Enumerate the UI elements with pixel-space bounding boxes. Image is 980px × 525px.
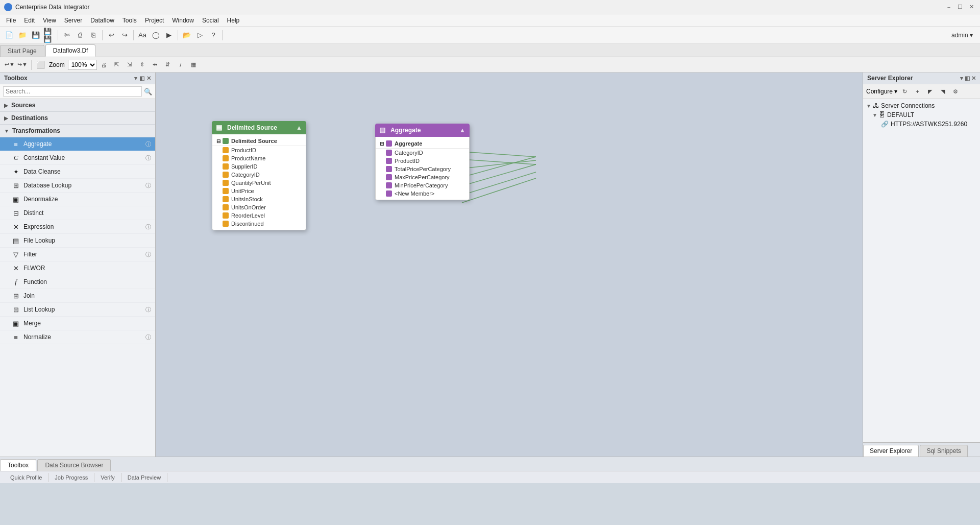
new-button[interactable]: 📄 [3, 29, 15, 41]
fit-page-button[interactable]: ⬜ [35, 59, 46, 70]
maximize-button[interactable]: ☐ [955, 3, 965, 12]
zoom-select[interactable]: 100% 75% 150% [68, 60, 97, 70]
tab-dataflow[interactable]: Dataflow3.Df [45, 44, 96, 57]
menu-project[interactable]: Project [141, 16, 168, 25]
se-close-button[interactable]: ✕ [971, 75, 976, 82]
zoom-fit4-button[interactable]: ⇴ [150, 59, 161, 70]
toolbox-section-header-sources[interactable]: ▶ Sources [0, 99, 155, 112]
aggregate-info-icon[interactable]: ⓘ [145, 140, 151, 148]
status-job-progress[interactable]: Job Progress [48, 473, 94, 482]
status-quick-profile[interactable]: Quick Profile [4, 473, 48, 482]
toolbox-close-button[interactable]: ✕ [146, 75, 151, 82]
toolbox-item-normalize[interactable]: ≡ Normalize ⓘ [0, 330, 155, 344]
open2-button[interactable]: 📂 [181, 29, 193, 41]
line-tool[interactable]: / [175, 59, 186, 70]
menu-view[interactable]: View [39, 16, 60, 25]
list-lookup-info-icon[interactable]: ⓘ [145, 306, 151, 314]
play-button[interactable]: ▷ [194, 29, 206, 41]
se-refresh-button[interactable]: ↻ [899, 86, 910, 97]
configure-button[interactable]: Configure ▾ [866, 88, 897, 95]
se-tab-server-explorer[interactable]: Server Explorer [863, 445, 919, 457]
bottom-tab-datasource-browser[interactable]: Data Source Browser [37, 459, 111, 471]
se-add-button[interactable]: + [912, 86, 923, 97]
paste-button[interactable]: ⎘ [87, 29, 100, 41]
se-expand-button[interactable]: ◥ [937, 86, 948, 97]
toolbox-item-flwor[interactable]: ✕ FLWOR [0, 261, 155, 275]
open-button[interactable]: 📁 [16, 29, 29, 41]
se-pin-button[interactable]: ▾ [960, 75, 963, 82]
copy-button[interactable]: ⎙ [74, 29, 86, 41]
menu-edit[interactable]: Edit [20, 16, 39, 25]
menu-server[interactable]: Server [60, 16, 86, 25]
status-data-preview[interactable]: Data Preview [121, 473, 167, 482]
save-all-button[interactable]: 💾💾 [43, 29, 55, 41]
normalize-info-icon[interactable]: ⓘ [145, 333, 151, 341]
tree-item-default[interactable]: ▼ 🗄 DEFAULT [863, 110, 980, 120]
select-tool[interactable]: ▦ [188, 59, 199, 70]
toolbox-pin-button[interactable]: ▾ [134, 75, 137, 82]
toolbox-item-database-lookup[interactable]: ⊞ Database Lookup ⓘ [0, 179, 155, 193]
menu-tools[interactable]: Tools [118, 16, 141, 25]
se-collapse-button[interactable]: ◤ [924, 86, 936, 97]
tab-startpage[interactable]: Start Page [0, 45, 44, 57]
undo-canvas-button[interactable]: ↩▼ [4, 59, 15, 70]
toolbox-item-filter[interactable]: ▽ Filter ⓘ [0, 248, 155, 261]
filter-info-icon[interactable]: ⓘ [145, 251, 151, 258]
toolbox-item-function[interactable]: f Function [0, 275, 155, 289]
aggregate-node[interactable]: ▤ Aggregate ▲ ⊟ Aggregate CategoryID [375, 124, 470, 200]
constant-value-info-icon[interactable]: ⓘ [145, 154, 151, 162]
toolbox-undock-button[interactable]: ◧ [139, 75, 144, 82]
admin-label[interactable]: admin ▾ [951, 32, 977, 39]
toolbox-section-header-destinations[interactable]: ▶ Destinations [0, 112, 155, 125]
source-expand-btn[interactable]: ⊟ [216, 138, 220, 144]
toolbox-item-file-lookup[interactable]: ▤ File Lookup [0, 234, 155, 248]
minimize-button[interactable]: − [944, 3, 953, 12]
se-undock-button[interactable]: ◧ [965, 75, 970, 82]
toolbox-item-list-lookup[interactable]: ⊟ List Lookup ⓘ [0, 303, 155, 317]
zoom-fit3-button[interactable]: ⇳ [137, 59, 148, 70]
font-button[interactable]: Aa [136, 29, 149, 41]
aggregate-node-header[interactable]: ▤ Aggregate ▲ [375, 124, 470, 137]
source-node-up-button[interactable]: ▲ [296, 124, 302, 131]
undo-button[interactable]: ↩ [105, 29, 117, 41]
toolbox-item-denormalize[interactable]: ▣ Denormalize [0, 193, 155, 206]
tree-item-server-connections[interactable]: ▼ 🖧 Server Connections [863, 101, 980, 110]
toolbox-search-input[interactable] [3, 86, 142, 97]
aggregate-node-up-button[interactable]: ▲ [459, 127, 465, 134]
close-button[interactable]: ✕ [967, 3, 976, 12]
print-button[interactable]: 🖨 [99, 59, 110, 70]
toolbox-item-join[interactable]: ⊞ Join [0, 289, 155, 303]
search-icon[interactable]: 🔍 [144, 88, 152, 96]
run-button[interactable]: ▶ [163, 29, 175, 41]
toolbox-item-distinct[interactable]: ⊟ Distinct [0, 206, 155, 220]
menu-social[interactable]: Social [198, 16, 223, 25]
zoom-fit-button[interactable]: ⇱ [111, 59, 122, 70]
tree-item-connection-url[interactable]: 🔗 HTTPS://ASTWKS251.9260 [863, 120, 980, 129]
toolbox-item-merge[interactable]: ▣ Merge [0, 317, 155, 330]
zoom-fit2-button[interactable]: ⇲ [124, 59, 135, 70]
cut-button[interactable]: ✄ [61, 29, 73, 41]
se-tab-sql-snippets[interactable]: Sql Snippets [920, 445, 967, 457]
menu-file[interactable]: File [2, 16, 20, 25]
menu-window[interactable]: Window [168, 16, 198, 25]
delimited-source-node[interactable]: ▤ Delimited Source ▲ ⊟ Delimited Source … [212, 121, 306, 230]
aggregate-expand-btn[interactable]: ⊟ [380, 141, 384, 147]
redo-canvas-button[interactable]: ↪▼ [17, 59, 28, 70]
toolbox-item-expression[interactable]: ✕ Expression ⓘ [0, 220, 155, 234]
database-lookup-info-icon[interactable]: ⓘ [145, 182, 151, 189]
help-button[interactable]: ? [207, 29, 219, 41]
status-verify[interactable]: Verify [94, 473, 121, 482]
delimited-source-header[interactable]: ▤ Delimited Source ▲ [212, 121, 306, 134]
bottom-tab-toolbox[interactable]: Toolbox [0, 459, 36, 471]
save-button[interactable]: 💾 [30, 29, 42, 41]
menu-dataflow[interactable]: Dataflow [86, 16, 118, 25]
toolbox-item-constant-value[interactable]: C Constant Value ⓘ [0, 151, 155, 165]
expression-info-icon[interactable]: ⓘ [145, 223, 151, 231]
se-settings-button[interactable]: ⚙ [950, 86, 961, 97]
toolbox-item-aggregate[interactable]: ≡ Aggregate ⓘ [0, 137, 155, 151]
toolbox-item-data-cleanse[interactable]: ✦ Data Cleanse [0, 165, 155, 179]
redo-button[interactable]: ↪ [118, 29, 131, 41]
breakpoint-button[interactable]: ◯ [150, 29, 162, 41]
menu-help[interactable]: Help [223, 16, 244, 25]
zoom-fit5-button[interactable]: ⇵ [162, 59, 174, 70]
